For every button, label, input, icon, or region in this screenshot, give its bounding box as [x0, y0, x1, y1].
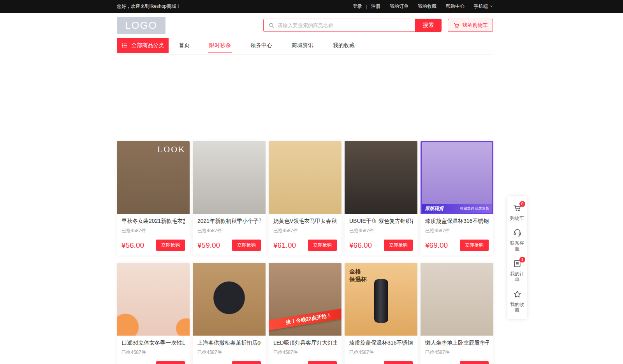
product-price: ¥69.00	[425, 241, 448, 250]
buy-now-button[interactable]: 立即抢购	[460, 361, 489, 364]
product-title[interactable]: 早秋冬女装2021新款毛衣盐系...	[121, 218, 185, 225]
product-sold-count: 已抢4587件	[425, 349, 489, 356]
product-title[interactable]: 上海客供撤柜奥莱折扣店outlets	[197, 340, 261, 346]
nav-item-home[interactable]: 首页	[178, 38, 190, 53]
product-card[interactable]: 上海客供撤柜奥莱折扣店outlets 已抢4587件 ¥46.00 立即抢购	[193, 263, 266, 364]
star-icon	[513, 293, 522, 300]
product-title[interactable]: UBUIE干鱼 紫色复古针织衫马...	[349, 218, 413, 225]
banner-right-text: 收藏加购 优先发货	[460, 206, 489, 211]
product-title[interactable]: LED吸顶灯具客厅灯大灯主卧...	[273, 340, 337, 346]
product-price: ¥19.90	[425, 363, 448, 364]
product-image[interactable]: 原版现货 收藏加购 优先发货	[421, 141, 493, 214]
cart-count-badge: 0	[519, 201, 525, 207]
product-title[interactable]: 2021年新款初秋季小个子马甲...	[197, 218, 261, 225]
buy-now-button[interactable]: 立即抢购	[384, 240, 413, 251]
promo-ribbon: 抢！今晚22点开抢！	[269, 307, 341, 331]
nav-links: 首页 限时秒杀 领券中心 商城资讯 我的收藏	[178, 38, 355, 53]
nav-item-mall-news[interactable]: 商城资讯	[291, 38, 314, 53]
product-price: ¥56.00	[121, 241, 144, 250]
buy-now-button[interactable]: 立即抢购	[308, 240, 337, 251]
product-sold-count: 已抢4587件	[425, 228, 489, 234]
product-card[interactable]: 奶黄色V领毛衣马甲女春秋慵懒... 已抢4587件 ¥61.00 立即抢购	[269, 141, 341, 256]
product-info: 懒人坐垫地上卧室屁股垫子办... 已抢4587件 ¥19.90 立即抢购	[421, 336, 493, 364]
product-card[interactable]: LOOK 早秋冬女装2021新款毛衣盐系... 已抢4587件 ¥56.00 立…	[117, 141, 190, 256]
product-image[interactable]	[117, 263, 190, 336]
buy-now-button[interactable]: 立即抢购	[156, 361, 185, 364]
product-sold-count: 已抢4587件	[349, 228, 413, 234]
product-sold-count: 已抢4587件	[273, 228, 337, 234]
product-card[interactable]: UBUIE干鱼 紫色复古针织衫马... 已抢4587件 ¥66.00 立即抢购	[345, 141, 417, 256]
product-price: ¥59.00	[197, 241, 220, 250]
sidebar-customer-service[interactable]: 联系客服	[507, 225, 527, 256]
product-sold-count: 已抢4587件	[273, 349, 337, 356]
product-image[interactable]: LOOK	[117, 141, 190, 214]
product-title[interactable]: 臻质旋盖保温杯316不锈钢内胆...	[425, 218, 489, 225]
product-image[interactable]	[345, 141, 417, 214]
all-categories-button[interactable]: 全部商品分类	[117, 38, 169, 53]
sidebar-my-favorites[interactable]: 我的收藏	[507, 287, 527, 317]
product-card[interactable]: 懒人坐垫地上卧室屁股垫子办... 已抢4587件 ¥19.90 立即抢购	[421, 263, 493, 364]
product-image[interactable]	[269, 141, 341, 214]
nav-item-flash-sale[interactable]: 限时秒杀	[208, 38, 232, 53]
my-favorites-link[interactable]: 我的收藏	[418, 3, 436, 10]
product-image[interactable]	[193, 263, 266, 336]
logo[interactable]: LOGO	[117, 17, 165, 34]
product-price: ¥46.00	[197, 363, 220, 364]
product-price: ¥65.00	[273, 363, 296, 364]
search-button[interactable]: 搜索	[415, 19, 442, 32]
product-sold-count: 已抢4587件	[197, 228, 261, 234]
nav-item-my-favorites[interactable]: 我的收藏	[332, 38, 355, 53]
buy-now-button[interactable]: 立即抢购	[232, 361, 261, 364]
my-cart-button[interactable]: 我的购物车	[448, 19, 493, 32]
buy-now-button[interactable]: 立即抢购	[384, 361, 413, 364]
product-title[interactable]: 口罩3d立体女冬季一次性口罩	[121, 340, 185, 346]
divider: |	[366, 4, 367, 9]
product-info: 口罩3d立体女冬季一次性口罩 已抢4587件 ¥10.00 立即抢购	[117, 336, 190, 364]
image-look-text: LOOK	[157, 144, 186, 154]
buy-now-button[interactable]: 立即抢购	[460, 240, 489, 251]
thermos-shape	[374, 279, 388, 323]
buy-now-button[interactable]: 立即抢购	[156, 240, 185, 251]
product-sold-count: 已抢4587件	[349, 349, 413, 356]
product-card[interactable]: 原版现货 收藏加购 优先发货 臻质旋盖保温杯316不锈钢内胆... 已抢4587…	[421, 141, 493, 256]
product-card[interactable]: 口罩3d立体女冬季一次性口罩 已抢4587件 ¥10.00 立即抢购	[117, 263, 190, 364]
product-info: 臻质旋盖保温杯316不锈钢内胆... 已抢4587件 ¥69.00 立即抢购	[421, 214, 493, 256]
mobile-link[interactable]: 手机端	[474, 3, 493, 10]
my-orders-link[interactable]: 我的订单	[390, 3, 408, 10]
product-info: 上海客供撤柜奥莱折扣店outlets 已抢4587件 ¥46.00 立即抢购	[193, 336, 266, 364]
banner-left-text: 原版现货	[425, 205, 443, 212]
product-title[interactable]: 臻质旋盖保温杯316不锈钢内胆...	[349, 340, 413, 346]
product-image[interactable]	[421, 263, 493, 336]
product-info: UBUIE干鱼 紫色复古针织衫马... 已抢4587件 ¥66.00 立即抢购	[345, 214, 417, 256]
main-nav: 全部商品分类 首页 限时秒杀 领券中心 商城资讯 我的收藏	[117, 38, 493, 54]
sidebar-cart[interactable]: 0 购物车	[507, 200, 527, 225]
login-link[interactable]: 登录	[353, 3, 362, 10]
welcome-greeting: 您好，欢迎来到likeshop商城！	[117, 3, 181, 10]
product-title[interactable]: 懒人坐垫地上卧室屁股垫子办...	[425, 340, 489, 346]
product-card[interactable]: 全格 保温杯 臻质旋盖保温杯316不锈钢内胆... 已抢4587件 ¥29.90…	[345, 263, 417, 364]
nav-item-coupon-center[interactable]: 领券中心	[250, 38, 273, 53]
product-image[interactable]	[193, 141, 266, 214]
cart-icon	[513, 207, 522, 214]
product-sold-count: 已抢4587件	[121, 349, 185, 356]
image-brand-text: 全格 保温杯	[349, 268, 367, 283]
product-image[interactable]: 抢！今晚22点开抢！	[269, 263, 341, 336]
image-promo-banner: 原版现货 收藏加购 优先发货	[422, 204, 492, 213]
orders-count-badge: 1	[519, 257, 525, 262]
buy-now-button[interactable]: 立即抢购	[308, 361, 337, 364]
sidebar-my-orders[interactable]: 1 我的订单	[507, 256, 527, 287]
product-price: ¥29.90	[349, 363, 372, 364]
floating-sidebar: 0 购物车 联系客服 1 我的订单 我的收藏	[507, 196, 527, 319]
product-info: 早秋冬女装2021新款毛衣盐系... 已抢4587件 ¥56.00 立即抢购	[117, 214, 190, 256]
product-card[interactable]: 抢！今晚22点开抢！ LED吸顶灯具客厅灯大灯主卧... 已抢4587件 ¥65…	[269, 263, 341, 364]
empty-banner-area	[0, 54, 623, 141]
help-center-link[interactable]: 帮助中心	[446, 3, 465, 10]
product-title[interactable]: 奶黄色V领毛衣马甲女春秋慵懒...	[273, 218, 337, 225]
register-link[interactable]: 注册	[371, 3, 380, 10]
buy-now-button[interactable]: 立即抢购	[232, 240, 261, 251]
search-input[interactable]	[275, 23, 415, 28]
product-card[interactable]: 2021年新款初秋季小个子马甲... 已抢4587件 ¥59.00 立即抢购	[193, 141, 266, 256]
product-image[interactable]: 全格 保温杯	[345, 263, 417, 336]
headset-icon	[513, 232, 522, 238]
header: LOGO 搜索 我的购物车	[117, 13, 493, 38]
